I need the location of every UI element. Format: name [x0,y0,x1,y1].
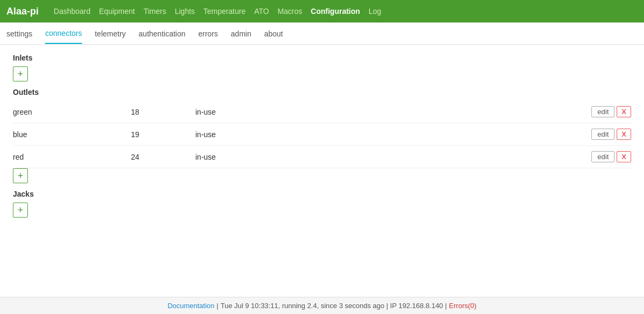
add-jack-button[interactable]: + [13,203,28,218]
outlet-number: 24 [131,153,195,161]
jacks-title: Jacks [13,190,631,198]
outlet-row: green 18 in-use edit X [13,101,631,123]
delete-outlet-button[interactable]: X [617,106,631,117]
nav-ato[interactable]: ATO [254,7,269,16]
brand: Alaa-pi [6,6,39,17]
outlet-actions: edit X [591,151,631,162]
subnav-admin[interactable]: admin [231,24,251,43]
outlet-actions: edit X [591,106,631,117]
subnav-errors[interactable]: errors [199,24,218,43]
sub-nav: settings connectors telemetry authentica… [0,23,644,45]
top-nav: Alaa-pi Dashboard Equipment Timers Light… [0,0,644,23]
outlet-rows-container: green 18 in-use edit X blue 19 in-use ed… [13,101,631,168]
outlet-name: blue [13,130,131,139]
outlet-status: in-use [195,153,591,161]
edit-outlet-button[interactable]: edit [591,129,614,140]
nav-lights[interactable]: Lights [175,7,195,16]
edit-outlet-button[interactable]: edit [591,151,614,162]
outlet-number: 18 [131,108,195,116]
main-content: Inlets + Outlets green 18 in-use edit X … [0,45,644,233]
outlet-name: green [13,108,131,116]
outlets-title: Outlets [13,88,631,96]
nav-timers[interactable]: Timers [143,7,166,16]
add-outlet-button[interactable]: + [13,168,28,183]
nav-equipment[interactable]: Equipment [99,7,135,16]
subnav-connectors[interactable]: connectors [45,24,82,44]
outlet-status: in-use [195,108,591,116]
outlet-row: blue 19 in-use edit X [13,123,631,146]
outlet-number: 19 [131,130,195,139]
outlets-section: Outlets green 18 in-use edit X blue 19 i… [13,88,631,183]
subnav-authentication[interactable]: authentication [138,24,185,43]
outlet-row: red 24 in-use edit X [13,146,631,168]
nav-temperature[interactable]: Temperature [203,7,246,16]
outlet-actions: edit X [591,129,631,140]
nav-log[interactable]: Log [369,7,381,16]
nav-configuration[interactable]: Configuration [311,7,360,16]
nav-dashboard[interactable]: Dashboard [54,7,91,16]
nav-macros[interactable]: Macros [277,7,302,16]
delete-outlet-button[interactable]: X [617,129,631,140]
inlets-title: Inlets [13,54,631,62]
subnav-telemetry[interactable]: telemetry [95,24,126,43]
subnav-settings[interactable]: settings [6,24,32,43]
outlet-name: red [13,153,131,161]
add-inlet-button[interactable]: + [13,66,28,81]
subnav-about[interactable]: about [264,24,283,43]
edit-outlet-button[interactable]: edit [591,106,614,117]
outlet-status: in-use [195,130,591,139]
delete-outlet-button[interactable]: X [617,151,631,162]
